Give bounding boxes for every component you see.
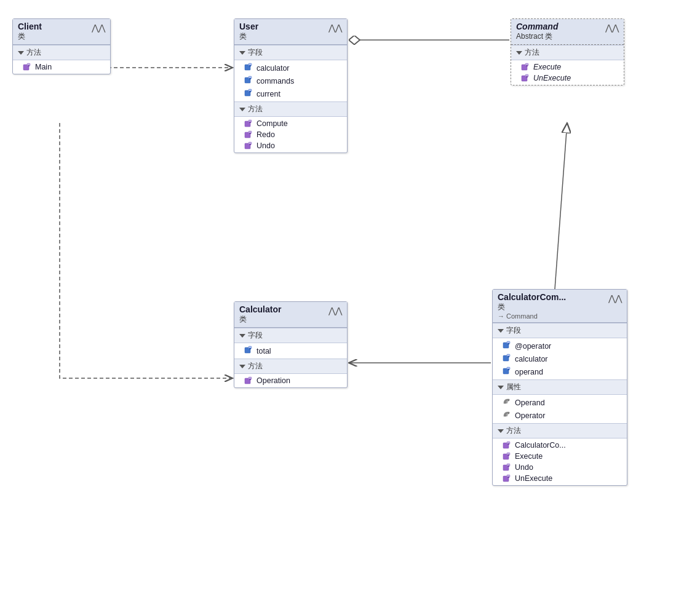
calcmd-methods-items: CalculatorCo... Execute Undo UnExecute — [493, 438, 627, 485]
client-methods-items: Main — [13, 60, 110, 74]
client-main-label: Main — [35, 63, 52, 71]
user-fields-header: 字段 — [234, 45, 347, 60]
user-name: User — [239, 22, 258, 31]
list-item: UnExecute — [511, 73, 624, 84]
svg-rect-59 — [507, 477, 509, 478]
field-icon — [503, 354, 511, 364]
method-icon — [503, 452, 511, 461]
user-title: User 类 — [239, 22, 258, 42]
calculator-operation-label: Operation — [257, 376, 290, 385]
calculatorcommand-collapse-icon[interactable]: ⋀⋀ — [608, 293, 622, 303]
calcmd-undo-label: Undo — [515, 463, 533, 472]
calculatorcommand-header: CalculatorCom... 类 → Command ⋀⋀ — [493, 290, 627, 323]
calcmd-methods-label: 方法 — [506, 426, 521, 436]
client-title: Client 类 — [18, 22, 42, 42]
svg-rect-44 — [507, 356, 509, 357]
diagram-canvas: Client 类 ⋀⋀ 方法 Main User 类 ⋀⋀ — [0, 0, 700, 591]
calculator-title: Calculator 类 — [239, 304, 281, 325]
list-item: Redo — [234, 129, 347, 140]
method-icon — [521, 63, 530, 71]
svg-rect-50 — [507, 443, 509, 445]
calculator-methods-items: Operation — [234, 374, 347, 387]
calculator-methods-header: 方法 — [234, 359, 347, 374]
property-icon — [503, 397, 511, 408]
user-current-label: current — [257, 90, 280, 98]
field-icon — [244, 63, 253, 73]
calculator-name: Calculator — [239, 304, 281, 314]
method-icon — [521, 74, 530, 82]
list-item: calculator — [234, 61, 347, 74]
user-commands-label: commands — [257, 77, 294, 85]
method-icon — [244, 119, 253, 128]
command-execute-label: Execute — [533, 63, 561, 71]
command-unexecute-label: UnExecute — [533, 74, 571, 82]
property-icon — [503, 410, 511, 421]
calculator-stereotype: 类 — [239, 314, 281, 325]
calculator-fields-label: 字段 — [248, 330, 263, 341]
client-name: Client — [18, 22, 42, 31]
command-methods-header: 方法 — [511, 45, 624, 60]
client-methods-header: 方法 — [13, 45, 110, 60]
list-item: Operand — [493, 396, 627, 409]
list-item: Undo — [234, 140, 347, 151]
list-item: Compute — [234, 118, 347, 129]
calcmd-fields-label: 字段 — [506, 325, 521, 336]
list-item: current — [234, 87, 347, 100]
method-icon — [503, 463, 511, 472]
calcmd-operator-label: @operator — [515, 342, 551, 351]
calcmd-props-items: Operand Operator — [493, 395, 627, 423]
user-stereotype: 类 — [239, 31, 258, 42]
svg-rect-47 — [507, 369, 509, 370]
user-undo-label: Undo — [257, 141, 275, 150]
command-class: Command Abstract 类 ⋀⋀ 方法 Execute UnExecu… — [511, 18, 624, 85]
user-collapse-icon[interactable]: ⋀⋀ — [328, 23, 342, 33]
svg-rect-23 — [249, 133, 251, 134]
calculator-collapse-icon[interactable]: ⋀⋀ — [328, 306, 342, 315]
field-icon — [244, 76, 253, 86]
svg-rect-29 — [526, 65, 528, 66]
user-fields-triangle — [239, 51, 245, 55]
svg-rect-32 — [526, 76, 528, 77]
list-item: Execute — [493, 451, 627, 462]
client-collapse-icon[interactable]: ⋀⋀ — [92, 23, 105, 33]
calcmd-fields-triangle — [498, 329, 504, 333]
svg-rect-20 — [249, 122, 251, 123]
command-methods-items: Execute UnExecute — [511, 60, 624, 85]
list-item: calculator — [493, 352, 627, 365]
calculatorcommand-class: CalculatorCom... 类 → Command ⋀⋀ 字段 @oper… — [492, 289, 627, 486]
list-item: Undo — [493, 462, 627, 473]
user-class: User 类 ⋀⋀ 字段 calculator commands — [234, 18, 348, 153]
calcmd-props-triangle — [498, 386, 504, 389]
calcmd-operand-label: operand — [515, 368, 543, 376]
command-header: Command Abstract 类 ⋀⋀ — [511, 19, 624, 45]
field-icon — [503, 341, 511, 351]
user-redo-label: Redo — [257, 130, 275, 139]
svg-rect-56 — [507, 466, 509, 467]
command-collapse-icon[interactable]: ⋀⋀ — [605, 23, 619, 33]
user-compute-label: Compute — [257, 119, 288, 128]
svg-rect-41 — [507, 343, 509, 344]
command-stereotype: Abstract 类 — [516, 31, 558, 42]
user-methods-label: 方法 — [248, 104, 263, 114]
calculator-fields-items: total — [234, 343, 347, 359]
svg-rect-14 — [249, 78, 251, 79]
calcmd-calculator-label: calculator — [515, 355, 548, 363]
client-class: Client 类 ⋀⋀ 方法 Main — [12, 18, 111, 74]
calcmd-unexecute-label: UnExecute — [515, 474, 552, 483]
list-item: UnExecute — [493, 473, 627, 484]
svg-rect-26 — [249, 144, 251, 145]
method-icon — [244, 376, 253, 385]
user-calculator-label: calculator — [257, 64, 290, 73]
client-header: Client 类 ⋀⋀ — [13, 19, 110, 45]
method-icon — [503, 441, 511, 450]
method-icon — [244, 130, 253, 139]
command-methods-label: 方法 — [525, 47, 539, 58]
calculatorcommand-name: CalculatorCom... — [498, 292, 566, 302]
list-item: commands — [234, 74, 347, 87]
list-item: Operation — [234, 375, 347, 386]
list-item: CalculatorCo... — [493, 440, 627, 451]
calculator-header: Calculator 类 ⋀⋀ — [234, 302, 347, 328]
list-item: Main — [13, 61, 110, 73]
field-icon — [244, 346, 253, 356]
calcmd-fields-items: @operator calculator operand — [493, 338, 627, 379]
